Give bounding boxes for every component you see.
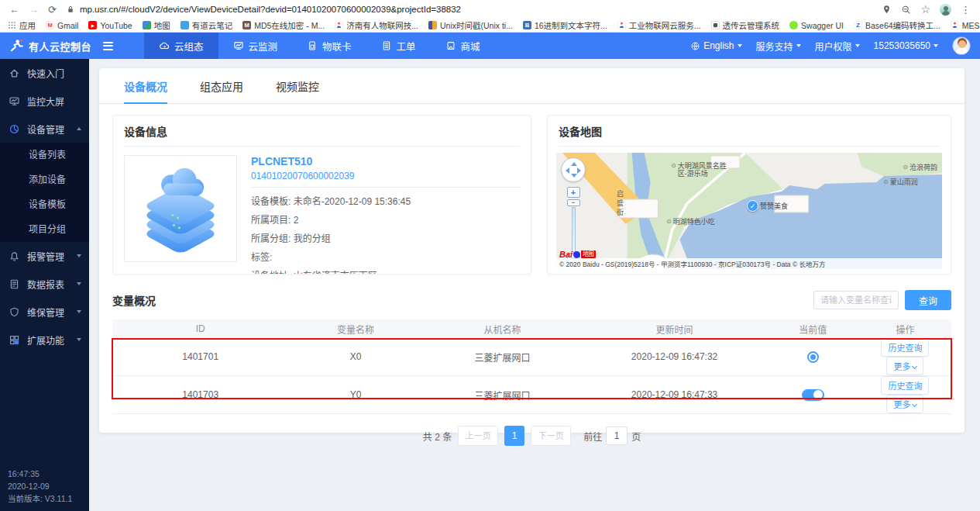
cell-update-time: 2020-12-09 16:47:32 (582, 338, 766, 376)
current-date: 2020-12-09 (8, 480, 72, 492)
pan-right-icon[interactable] (577, 167, 581, 174)
chevron-down-icon (796, 44, 801, 47)
col-slave-name: 从机名称 (423, 319, 583, 338)
page-tabs: 设备概况 组态应用 视频监控 (99, 68, 965, 104)
sidebar: 快速入门 监控大屏 设备管理 设备列表 添加设备 设备模板 项目分组 报警管理 … (0, 59, 89, 511)
table-row: 1401701 X0 三菱扩展网口 2020-12-09 16:47:32 历史… (112, 338, 951, 376)
device-id[interactable]: 01401020070600002039 (251, 171, 520, 181)
cell-variable-name: Y0 (288, 376, 422, 414)
usr-person-icon (951, 21, 959, 29)
zoom-slider-knob[interactable]: − (567, 199, 580, 206)
goto-page-input[interactable] (606, 426, 628, 445)
bookmark-passthrough-cloud[interactable]: 透传云管理系统 (711, 19, 780, 31)
sidebar-item-monitor-screen[interactable]: 监控大屏 (0, 87, 89, 115)
bookmark-usr-tech[interactable]: 济南有人物联网技... (335, 19, 418, 31)
tab-scada-app[interactable]: 组态应用 (200, 78, 243, 103)
sidebar-item-project-group[interactable]: 项目分组 (0, 217, 89, 242)
sidebar-item-device-management[interactable]: 设备管理 (0, 115, 89, 143)
variable-search-input[interactable] (813, 291, 899, 309)
pie-chart-icon (9, 123, 20, 135)
browser-forward-icon[interactable]: → (29, 5, 39, 15)
page-number-1[interactable]: 1 (504, 426, 524, 446)
zoom-slider-track[interactable] (572, 207, 576, 252)
sidebar-item-data-report[interactable]: 数据报表 (0, 270, 89, 298)
more-button[interactable]: 更多 (886, 357, 923, 375)
support-dropdown[interactable]: 服务支持 (756, 40, 801, 53)
bookmark-gmail[interactable]: MGmail (46, 21, 78, 30)
baidu-map[interactable]: ⊙大明湖风景名胜区-游乐场 ⊙沧浪荷韵 ⊙蒙山雨润 ⊙明湖特色小吃 启盛街 ✓ … (556, 153, 942, 269)
device-location-marker[interactable]: ✓ 赞赞美食 (747, 200, 788, 212)
browser-back-icon[interactable]: ← (9, 5, 19, 15)
nav-tab-iot-card[interactable]: 物联卡 (292, 33, 366, 59)
location-pin-icon[interactable] (882, 5, 892, 15)
col-id: ID (112, 319, 288, 338)
nav-tab-mall[interactable]: 商城 (431, 33, 495, 59)
sidebar-item-device-list[interactable]: 设备列表 (0, 143, 89, 167)
hamburger-menu-icon[interactable] (103, 42, 113, 50)
url-text[interactable]: mp.usr.cn/#/cloudV2/device/ViewDeviceDet… (80, 5, 461, 14)
next-page-button[interactable]: 下一页 (531, 426, 571, 446)
bookmark-base64[interactable]: ZBase64编码转换工... (854, 19, 940, 31)
screen-icon (9, 95, 20, 107)
bookmark-youdao[interactable]: 有道云笔记 (181, 19, 233, 31)
sidebar-item-quick-start[interactable]: 快速入门 (0, 59, 89, 87)
device-info-card: 设备信息 (112, 115, 531, 274)
md5-icon: M (242, 21, 251, 29)
zoom-out-icon[interactable] (901, 5, 911, 15)
address-bar[interactable]: mp.usr.cn/#/cloudV2/device/ViewDeviceDet… (66, 5, 873, 14)
bookmark-mes[interactable]: MES | 有人物联网 (951, 19, 980, 31)
goto-label: 前往 (583, 430, 602, 443)
bookmark-md5[interactable]: MMD5在线加密 - M... (242, 19, 325, 31)
zoom-in-button[interactable]: + (567, 187, 580, 198)
history-query-button[interactable]: 历史查询 (881, 376, 929, 395)
sidebar-item-maintenance[interactable]: 维保管理 (0, 298, 89, 326)
map-marker-icon: ✓ (747, 200, 758, 212)
history-query-button[interactable]: 历史查询 (881, 338, 929, 357)
bookmark-iiot-cloud[interactable]: 工业物联网云服务... (617, 19, 701, 31)
permission-dropdown[interactable]: 用户权限 (815, 40, 860, 53)
goto-unit: 页 (631, 430, 641, 443)
usr-person-icon (335, 21, 343, 29)
bookmark-maps[interactable]: 地图 (143, 19, 170, 31)
store-icon (445, 40, 456, 51)
browser-profile-avatar[interactable] (940, 4, 951, 16)
nav-tab-cloud-scada[interactable]: 云组态 (144, 33, 218, 59)
user-avatar[interactable] (952, 36, 971, 55)
bookmark-star-icon[interactable]: ☆ (920, 4, 930, 15)
prev-page-button[interactable]: 上一页 (458, 426, 498, 446)
query-button[interactable]: 查询 (905, 290, 951, 310)
version-label: 当前版本: V3.11.1 (8, 492, 72, 505)
pan-left-icon[interactable] (566, 167, 569, 174)
sidebar-item-alarm-management[interactable]: 报警管理 (0, 242, 89, 270)
device-name[interactable]: PLCNET510 (251, 155, 520, 167)
sidebar-item-add-device[interactable]: 添加设备 (0, 167, 89, 192)
tab-device-overview[interactable]: 设备概况 (124, 78, 167, 104)
bookmark-hex-text[interactable]: B16进制到文本字符... (523, 19, 607, 31)
chevron-down-icon (855, 44, 860, 47)
browser-menu-icon[interactable]: ⋮ (961, 5, 971, 15)
screen: ← → ⟳ mp.usr.cn/#/cloudV2/device/ViewDev… (0, 0, 980, 511)
pan-down-icon[interactable] (571, 174, 577, 178)
radio-selected-indicator[interactable] (807, 351, 819, 363)
nav-tab-work-order[interactable]: 工单 (366, 33, 431, 59)
bookmark-unix-timestamp[interactable]: Unix时间戳(Unix ti... (428, 19, 513, 31)
brand[interactable]: 有人云控制台 (0, 39, 122, 54)
home-icon (9, 67, 20, 79)
sidebar-item-device-template[interactable]: 设备模板 (0, 192, 89, 217)
nav-tab-cloud-monitor[interactable]: 云监测 (218, 33, 293, 59)
browser-refresh-icon[interactable]: ⟳ (48, 5, 57, 15)
account-dropdown[interactable]: 15253035650 (874, 40, 938, 51)
variables-table-wrap: ID 变量名称 从机名称 更新时间 当前值 操作 1401701 X0 三菱扩展 (112, 319, 951, 414)
pan-up-icon[interactable] (571, 162, 577, 166)
more-button[interactable]: 更多 (886, 395, 923, 413)
table-header-row: ID 变量名称 从机名称 更新时间 当前值 操作 (112, 319, 951, 338)
toggle-on-switch[interactable] (802, 389, 824, 401)
sidebar-item-extensions[interactable]: 扩展功能 (0, 326, 89, 354)
bookmark-apps[interactable]: 应用 (8, 19, 36, 31)
language-dropdown[interactable]: English (690, 40, 741, 51)
cards-row: 设备信息 (99, 104, 965, 274)
bookmark-youtube[interactable]: ▶YouTube (88, 21, 132, 30)
bookmark-swagger[interactable]: Swagger UI (789, 21, 844, 30)
map-pan-control[interactable] (561, 157, 586, 182)
tab-video-monitor[interactable]: 视频监控 (276, 78, 319, 103)
